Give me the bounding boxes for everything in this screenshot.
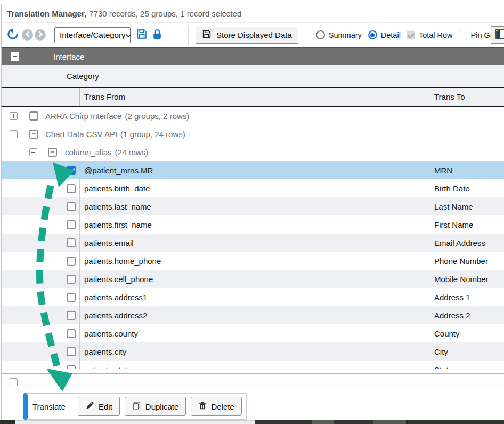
- trans-to-value: County: [434, 329, 460, 338]
- category-header-label: Category: [67, 71, 99, 81]
- row-checkbox[interactable]: [67, 311, 76, 320]
- detail-radio[interactable]: Detail: [368, 30, 401, 39]
- save-button[interactable]: [136, 28, 148, 42]
- row-checkbox[interactable]: [67, 184, 76, 193]
- row-checkbox-checked[interactable]: [67, 166, 76, 175]
- grouping-select[interactable]: Interface/Category: [54, 27, 131, 43]
- store-displayed-data-button[interactable]: Store Displayed Data: [196, 27, 298, 44]
- table-row-clipped[interactable]: patients.state State: [2, 361, 504, 369]
- row-checkbox-cell: [2, 252, 80, 270]
- category-group-header: Category: [2, 65, 504, 88]
- table-row[interactable]: patients.address1 Address 1: [2, 288, 504, 306]
- table-row[interactable]: patients.email Email Address: [2, 234, 504, 252]
- toolbar-divider: [306, 26, 306, 45]
- row-checkbox[interactable]: [67, 365, 76, 370]
- edit-button[interactable]: Edit: [78, 397, 120, 416]
- trans-from-cell: patients.last_name: [80, 197, 429, 215]
- delete-button-label: Delete: [211, 402, 234, 411]
- trans-from-column-header[interactable]: Trans From: [80, 88, 429, 106]
- trans-to-cell: Phone Number: [429, 252, 504, 270]
- trans-from-value: @patient_mrns.MR: [84, 166, 153, 175]
- chevron-left-circle-icon: [25, 31, 30, 39]
- delete-button[interactable]: Delete: [191, 397, 241, 416]
- trans-to-header-label: Trans To: [434, 92, 465, 101]
- duplicate-button[interactable]: Duplicate: [125, 397, 186, 416]
- group-checkbox-indeterminate[interactable]: [29, 130, 38, 139]
- store-displayed-data-label: Store Displayed Data: [216, 30, 292, 39]
- lock-icon: [152, 28, 162, 42]
- group-checkbox[interactable]: [29, 111, 38, 121]
- translate-panel: Translate Edit Duplicate: [23, 393, 247, 420]
- trans-from-cell: patients.address2: [80, 306, 429, 324]
- table-row[interactable]: patients.home_phone Phone Number: [2, 252, 504, 270]
- column-layout-button[interactable]: [491, 26, 504, 44]
- group-label: column_alias: [65, 148, 112, 157]
- back-button[interactable]: [22, 29, 33, 41]
- trans-to-cell: MRN: [429, 161, 504, 179]
- row-checkbox[interactable]: [67, 275, 76, 284]
- collapse-minus-icon[interactable]: [10, 130, 18, 138]
- edit-button-label: Edit: [99, 402, 112, 411]
- table-row[interactable]: patients.county County: [2, 324, 504, 342]
- trans-to-cell: State: [429, 361, 504, 369]
- refresh-button[interactable]: [7, 28, 19, 42]
- trans-from-cell: patients.city: [80, 342, 429, 361]
- lock-button[interactable]: [152, 28, 162, 42]
- row-checkbox[interactable]: [67, 257, 76, 266]
- row-checkbox-cell: [2, 197, 80, 215]
- row-checkbox[interactable]: [67, 238, 76, 247]
- floppy-disk-icon: [136, 28, 148, 42]
- radio-selected-icon: [368, 30, 377, 39]
- floppy-disk-icon: [202, 29, 212, 41]
- forward-button[interactable]: [35, 29, 46, 41]
- total-row-checkbox[interactable]: Total Row: [407, 31, 453, 39]
- table-row[interactable]: patients.cell_phone Mobile Number: [2, 270, 504, 288]
- taskbar-segment: [0, 420, 15, 424]
- trans-to-column-header[interactable]: Trans To: [429, 88, 504, 106]
- table-row[interactable]: patients.city City: [2, 342, 504, 361]
- taskbar-strip: [0, 420, 504, 424]
- taskbar-segment: [408, 420, 504, 424]
- summary-radio[interactable]: Summary: [316, 30, 362, 39]
- collapse-minus-icon[interactable]: [10, 378, 18, 386]
- row-checkbox[interactable]: [67, 347, 76, 356]
- grid-bottom-divider: [2, 371, 504, 371]
- collapse-minus-icon[interactable]: [11, 52, 19, 61]
- radio-icon: [316, 30, 325, 39]
- trans-from-value: patients.birth_date: [84, 184, 150, 193]
- tree-row-chart-data-csv-api[interactable]: Chart Data CSV API (1 group, 24 rows): [2, 125, 504, 143]
- trans-to-cell: County: [429, 324, 504, 342]
- trans-to-cell: Birth Date: [429, 179, 504, 197]
- row-checkbox-cell: [2, 179, 80, 197]
- table-row[interactable]: patients.first_name First Name: [2, 215, 504, 234]
- row-checkbox-cell: [2, 215, 80, 234]
- trans-to-cell: Address 1: [429, 288, 504, 306]
- column-header-row: Trans From Trans To: [2, 88, 504, 107]
- expand-plus-icon[interactable]: [10, 112, 18, 120]
- row-checkbox[interactable]: [67, 293, 76, 302]
- grouping-select-value: Interface/Category: [60, 30, 125, 39]
- trans-to-value: Last Name: [434, 202, 473, 211]
- table-row-selected[interactable]: @patient_mrns.MR MRN: [2, 161, 504, 179]
- tree-row-column-alias[interactable]: column_alias (24 rows): [2, 143, 504, 161]
- trans-to-value: Phone Number: [434, 257, 488, 266]
- row-checkbox[interactable]: [67, 220, 76, 229]
- record-count-status: 7730 records, 25 groups, 1 record select…: [89, 9, 241, 18]
- title-bar: Translation Manager, 7730 records, 25 gr…: [2, 4, 504, 23]
- group-checkbox-indeterminate[interactable]: [48, 148, 57, 157]
- trans-from-value: patients.first_name: [84, 220, 152, 229]
- row-checkbox[interactable]: [67, 329, 76, 338]
- table-row[interactable]: patients.address2 Address 2: [2, 306, 504, 324]
- toolbar: Interface/Category: [2, 23, 504, 47]
- table-row[interactable]: patients.birth_date Birth Date: [2, 179, 504, 197]
- trans-from-cell: patients.birth_date: [80, 179, 429, 197]
- taskbar-segment: [334, 420, 373, 424]
- tree-row-arra-chirp-interface[interactable]: ARRA Chirp Interface (2 groups, 2 rows): [2, 107, 504, 125]
- row-checkbox[interactable]: [67, 202, 76, 211]
- interface-header-label: Interface: [53, 52, 84, 61]
- collapse-minus-icon[interactable]: [29, 148, 37, 156]
- detail-radio-label: Detail: [381, 31, 401, 39]
- table-row[interactable]: patients.last_name Last Name: [2, 197, 504, 215]
- trans-to-cell: Last Name: [429, 197, 504, 215]
- trans-from-value: patients.cell_phone: [84, 275, 153, 284]
